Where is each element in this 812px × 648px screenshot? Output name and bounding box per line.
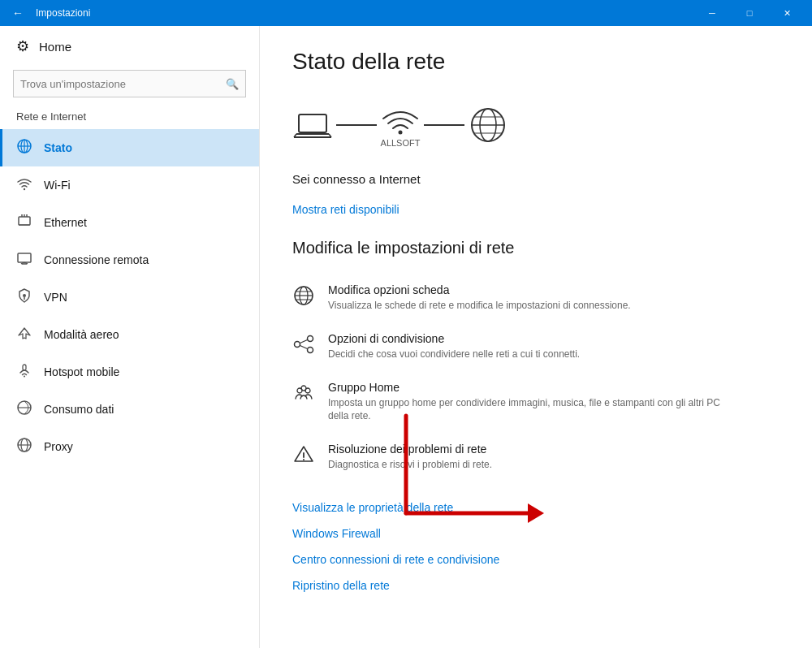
svg-rect-5 [19, 217, 30, 225]
sidebar-item-hotspot[interactable]: Hotspot mobile [0, 353, 259, 391]
svg-point-44 [301, 386, 306, 391]
svg-rect-21 [299, 114, 326, 132]
app-body: ⚙ Home 🔍 Rete e Internet Stato [0, 26, 812, 648]
setting-risoluzione[interactable]: Risoluzione dei problemi di rete Diagnos… [292, 433, 780, 482]
laptop-icon [292, 105, 333, 145]
minimize-button[interactable]: ─ [693, 0, 731, 26]
window-title: Impostazioni [36, 7, 693, 19]
bottom-links: Visualizza le proprietà della rete Windo… [292, 495, 780, 598]
net-line-1 [336, 124, 377, 126]
network-label: ALLSOFT [381, 138, 421, 148]
svg-line-41 [300, 345, 308, 348]
modifica-opzioni-desc: Visualizza le schede di rete e modifica … [328, 299, 631, 313]
home-label: Home [39, 40, 71, 54]
data-icon [16, 400, 32, 419]
back-button[interactable]: ← [6, 2, 29, 24]
sidebar-item-connessione-remota[interactable]: Connessione remota [0, 241, 259, 279]
svg-point-46 [303, 459, 304, 460]
centro-link[interactable]: Centro connessioni di rete e condivision… [292, 546, 780, 572]
setting-condivisione[interactable]: Opzioni di condivisione Decidi che cosa … [292, 322, 780, 371]
wifi-router-wrap: ALLSOFT [380, 102, 421, 148]
svg-rect-15 [23, 365, 26, 370]
setting-modifica-opzioni[interactable]: Modifica opzioni scheda Visualizza le sc… [292, 274, 780, 322]
modalita-aereo-label: Modalità aereo [44, 328, 119, 341]
gruppo-home-icon [292, 382, 315, 408]
content-area: Stato della rete ALLSOFT [260, 26, 812, 648]
ripristino-link[interactable]: Ripristino della rete [292, 572, 780, 598]
back-icon: ← [12, 6, 24, 19]
show-networks-link[interactable]: Mostra reti disponibili [292, 203, 400, 216]
hotspot-icon [16, 362, 32, 382]
page-title: Stato della rete [292, 49, 780, 75]
sidebar-item-proxy[interactable]: Proxy [0, 428, 259, 465]
setting-risoluzione-text: Risoluzione dei problemi di rete Diagnos… [328, 443, 492, 472]
wifi-label: Wi-Fi [44, 179, 71, 192]
home-icon: ⚙ [16, 37, 29, 55]
search-icon: 🔍 [226, 78, 239, 90]
svg-point-26 [399, 131, 403, 135]
globe-icon [468, 105, 508, 145]
titlebar: ← Impostazioni ─ □ ✕ [0, 0, 812, 26]
connessione-remota-label: Connessione remota [44, 253, 149, 266]
stato-icon [16, 138, 32, 158]
svg-point-4 [24, 188, 25, 190]
risoluzione-desc: Diagnostica e risolvi i problemi di rete… [328, 458, 492, 472]
svg-rect-10 [18, 253, 31, 262]
wifi-icon [16, 175, 32, 195]
network-diagram: ALLSOFT [292, 94, 780, 156]
modifica-opzioni-title: Modifica opzioni scheda [328, 283, 631, 296]
search-box[interactable]: 🔍 [13, 70, 246, 97]
sidebar-item-vpn[interactable]: VPN [0, 279, 259, 316]
airplane-icon [16, 325, 32, 344]
setting-condivisione-text: Opzioni di condivisione Decidi che cosa … [328, 332, 580, 361]
svg-point-14 [24, 376, 25, 378]
maximize-button[interactable]: □ [731, 0, 768, 26]
remote-icon [16, 250, 32, 270]
close-button[interactable]: ✕ [768, 0, 806, 26]
risoluzione-title: Risoluzione dei problemi di rete [328, 443, 492, 456]
ethernet-label: Ethernet [44, 216, 87, 229]
gruppo-home-desc: Imposta un gruppo home per condividere i… [328, 396, 734, 424]
connected-status: Sei connesso a Internet [292, 172, 780, 186]
svg-point-39 [308, 347, 313, 352]
modifica-opzioni-icon [292, 285, 315, 311]
vpn-label: VPN [44, 291, 67, 304]
svg-line-40 [300, 339, 308, 343]
firewall-link[interactable]: Windows Firewall [292, 521, 780, 546]
sidebar-home-button[interactable]: ⚙ Home [0, 26, 259, 67]
window-controls: ─ □ ✕ [693, 0, 806, 26]
net-line-2 [424, 124, 464, 126]
gruppo-home-title: Gruppo Home [328, 381, 734, 394]
sidebar: ⚙ Home 🔍 Rete e Internet Stato [0, 26, 260, 648]
condivisione-title: Opzioni di condivisione [328, 332, 580, 345]
risoluzione-icon [292, 444, 315, 470]
proxy-icon [16, 437, 32, 456]
sidebar-item-modalita-aereo[interactable]: Modalità aereo [0, 316, 259, 353]
stato-label: Stato [44, 141, 72, 154]
sidebar-item-consumo[interactable]: Consumo dati [0, 391, 259, 428]
condivisione-icon [292, 334, 315, 360]
condivisione-desc: Decidi che cosa vuoi condividere nelle r… [328, 348, 580, 361]
setting-gruppo-home[interactable]: Gruppo Home Imposta un gruppo home per c… [292, 371, 780, 434]
ethernet-icon [16, 213, 32, 232]
vpn-icon [16, 287, 32, 307]
settings-section-title: Modifica le impostazioni di rete [292, 239, 780, 257]
section-label: Rete e Internet [0, 107, 259, 129]
sidebar-item-stato[interactable]: Stato [0, 129, 259, 166]
proprieta-link[interactable]: Visualizza le proprietà della rete [292, 495, 780, 521]
svg-point-12 [23, 294, 26, 297]
consumo-label: Consumo dati [44, 403, 114, 416]
hotspot-label: Hotspot mobile [44, 365, 119, 378]
svg-point-38 [308, 335, 313, 341]
setting-gruppo-home-text: Gruppo Home Imposta un gruppo home per c… [328, 381, 734, 424]
search-input[interactable] [20, 78, 226, 90]
setting-modifica-opzioni-text: Modifica opzioni scheda Visualizza le sc… [328, 283, 631, 313]
sidebar-item-ethernet[interactable]: Ethernet [0, 204, 259, 241]
svg-point-37 [295, 341, 300, 347]
proxy-label: Proxy [44, 440, 73, 453]
router-icon [380, 102, 421, 136]
sidebar-item-wifi[interactable]: Wi-Fi [0, 166, 259, 204]
